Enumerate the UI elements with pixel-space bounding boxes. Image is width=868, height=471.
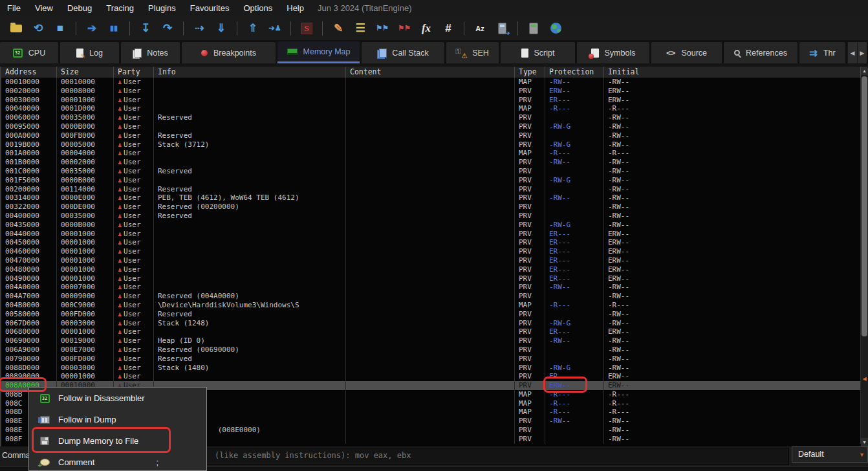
table-row[interactable]: 001A000000004000♟UserMAP-R----R--- — [1, 149, 861, 158]
table-row[interactable]: 006A9000000E7000♟UserReserved (00690000)… — [1, 345, 861, 355]
tab-scroll-left-icon[interactable]: ◀ — [847, 42, 857, 63]
hash-icon[interactable]: # — [440, 21, 457, 36]
scrollbar-down-icon[interactable]: ▼ — [861, 438, 868, 446]
menu-file[interactable]: File — [0, 0, 28, 16]
run-icon[interactable]: ➔ — [83, 21, 100, 36]
stop-icon[interactable]: ■ — [52, 21, 69, 36]
table-row[interactable]: 004A000000007000♟UserPRV-RW---RW-- — [1, 283, 861, 292]
table-row[interactable]: 0003000000001000♟UserPRVER---ERW-- — [1, 96, 861, 105]
restart-icon[interactable]: ⟲ — [30, 21, 47, 36]
column-header-initial[interactable]: Initial — [604, 67, 861, 78]
skip-exceptions-icon[interactable]: S — [298, 21, 315, 36]
table-row[interactable]: 0068000000001000♟UserPRVER---ERW-- — [1, 327, 861, 336]
table-row[interactable]: 0044000000001000♟UserPRVER---ERW-- — [1, 230, 861, 239]
table-row[interactable]: 0001000000010000♟UserMAP-RW---RW-- — [1, 78, 861, 87]
menu-item-comment[interactable]: Comment; — [29, 452, 206, 471]
tab-symbols[interactable]: Symbols — [577, 42, 649, 63]
pause-icon[interactable]: ▮▮ — [105, 21, 122, 36]
table-row[interactable]: 0067D00000003000♟UserStack (1248)PRV-RW-… — [1, 319, 861, 328]
table-row[interactable]: 0020000000114000♟UserReservedPRV-RW-- — [1, 185, 861, 194]
table-row[interactable]: 004A700000009000♟UserReserved (004A0000)… — [1, 292, 861, 301]
hash-icon: # — [445, 22, 451, 35]
profile-dropdown[interactable]: Default ▼ — [792, 446, 868, 463]
tab-breakpoints[interactable]: Breakpoints — [182, 42, 276, 63]
internet-icon[interactable] — [547, 21, 564, 36]
column-header-address[interactable]: Address — [1, 67, 57, 78]
table-row[interactable]: 00790000000FD000♟UserReservedPRV-RW-- — [1, 355, 861, 364]
menu-favourites[interactable]: Favourites — [183, 0, 237, 16]
tab-call-stack[interactable]: Call Stack — [362, 42, 444, 63]
table-row[interactable]: 0069000000019000♟UserHeap (ID 0)PRV-RW--… — [1, 336, 861, 345]
column-header-info[interactable]: Info — [154, 67, 346, 78]
tab-log[interactable]: Log — [60, 42, 119, 63]
table-row[interactable]: 0045000000001000♟UserPRVER---ERW-- — [1, 238, 861, 247]
tab-thr[interactable]: ⇉Thr — [799, 42, 845, 63]
table-row[interactable]: 0002000000008000♟UserPRVERW--ERW-- — [1, 87, 861, 96]
labels-blue-icon[interactable]: ⚑⚑ — [374, 21, 391, 36]
table-row[interactable]: 0088D00000003000♟UserStack (1480)PRV-RW-… — [1, 364, 861, 373]
step-over-icon[interactable]: ↷ — [159, 21, 176, 36]
menu-view[interactable]: View — [28, 0, 60, 16]
comment-icon[interactable]: ☰ — [352, 21, 369, 36]
patch-icon[interactable]: ✎ — [330, 21, 347, 36]
execute-till-return-icon[interactable]: ⇑ — [244, 21, 261, 36]
tab-memory-map[interactable]: Memory Map — [277, 41, 360, 63]
step-into-icon[interactable]: ↧ — [137, 21, 154, 36]
table-row[interactable]: 00580000000FD000♟UserReservedPRV-RW-- — [1, 310, 861, 319]
tab-source[interactable]: <>Source — [651, 42, 722, 63]
table-row[interactable]: 0049000000001000♟UserPRVER---ERW-- — [1, 274, 861, 283]
tab-script[interactable]: Script — [501, 42, 575, 63]
run-to-user-code-icon[interactable]: ➔♟ — [266, 21, 283, 36]
column-header-size[interactable]: Size — [57, 67, 114, 78]
labels-red-icon[interactable]: ⚑⚑ — [396, 21, 413, 36]
tab-seh[interactable]: SEH — [446, 42, 499, 63]
menu-tracing[interactable]: Tracing — [99, 0, 141, 16]
menu-item-follow-in-disassembler[interactable]: 32Follow in Disassembler — [29, 388, 206, 409]
menu-debug[interactable]: Debug — [60, 0, 99, 16]
cell-type: PRV — [515, 319, 545, 328]
open-file-icon[interactable] — [8, 21, 25, 36]
table-row[interactable]: 004350000000B000♟UserPRV-RW-G-RW-- — [1, 221, 861, 230]
tab-scroll-right-icon[interactable]: ▶ — [857, 42, 867, 63]
cell-initial: -RW-- — [604, 78, 861, 87]
table-row[interactable]: 0040000000035000♟UserReservedPRV-RW-- — [1, 212, 861, 221]
table-row[interactable]: 000950000000B000♟UserPRV-RW-G-RW-- — [1, 122, 861, 131]
menu-help[interactable]: Help — [279, 0, 311, 16]
table-row[interactable]: 000A0000000FB000♟UserReservedPRV-RW-- — [1, 131, 861, 140]
table-row[interactable]: 000400000001D000♟UserMAP-R----R--- — [1, 104, 861, 113]
column-header-content[interactable]: Content — [346, 67, 515, 78]
table-row[interactable]: 003140000000E000♟UserPEB, TEB (4612), Wo… — [1, 193, 861, 203]
column-header-type[interactable]: Type — [515, 67, 545, 78]
table-row[interactable]: 0048000000001000♟UserPRVER---ERW-- — [1, 265, 861, 274]
menu-plugins[interactable]: Plugins — [141, 0, 183, 16]
tab-references[interactable]: References — [724, 42, 797, 63]
scrollbar-up-icon[interactable]: ▲ — [861, 67, 868, 75]
animate-over-icon[interactable]: ⇓ — [213, 21, 230, 36]
column-header-party[interactable]: Party — [114, 67, 154, 78]
goto-memory-icon[interactable] — [494, 21, 510, 36]
cell-party: ♟User — [114, 167, 154, 176]
animate-into-icon[interactable]: ⇢ — [191, 21, 208, 36]
table-row[interactable]: 001C000000035000♟UserReservedPRV-RW-- — [1, 167, 861, 176]
vertical-scrollbar[interactable]: ▲ ◀ ▼ — [861, 67, 868, 446]
calculator-icon[interactable] — [525, 21, 542, 36]
tab-cpu[interactable]: 32CPU — [0, 42, 58, 63]
cell-address: 00010000 — [1, 78, 57, 87]
menu-item-dump-memory-to-file[interactable]: Dump Memory to File — [29, 430, 206, 452]
table-row[interactable]: 001F50000000B000♟UserPRV-RW-G-RW-- — [1, 176, 861, 185]
menu-options[interactable]: Options — [236, 0, 279, 16]
table-row[interactable]: 004B0000000C9000♟User\Device\HarddiskVol… — [1, 301, 861, 310]
table-row[interactable]: 0006000000035000♟UserReservedPRV-RW-- — [1, 113, 861, 122]
menu-item-follow-in-dump[interactable]: Follow in Dump — [29, 409, 206, 430]
column-header-protection[interactable]: Protection — [545, 67, 604, 78]
strings-az-icon[interactable]: Az — [472, 21, 488, 36]
scrollbar-thumb[interactable] — [862, 76, 867, 336]
tab-notes[interactable]: Notes — [121, 42, 180, 63]
table-row[interactable]: 0019B00000005000♟UserStack (3712)PRV-RW-… — [1, 140, 861, 149]
table-row[interactable]: 00322000000DE000♟UserReserved (00200000)… — [1, 203, 861, 212]
table-row[interactable]: 0046000000001000♟UserPRVER---ERW-- — [1, 247, 861, 256]
table-row[interactable]: 0047000000001000♟UserPRVER---ERW-- — [1, 256, 861, 265]
table-row[interactable]: 001B000000002000♟UserPRV-RW---RW-- — [1, 158, 861, 167]
table-row[interactable]: 0089000000001000♟UserPRVER---ERW-- — [1, 372, 861, 381]
fx-icon[interactable]: fx — [418, 21, 435, 36]
